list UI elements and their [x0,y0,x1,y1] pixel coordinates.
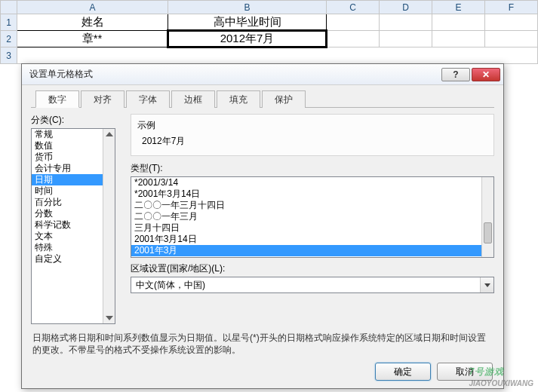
cell-A1[interactable]: 姓名 [17,14,168,31]
close-button[interactable]: ✕ [472,68,500,81]
category-listbox[interactable]: 常规 数值 货币 会计专用 日期 时间 百分比 分数 科学记数 文本 特殊 自定… [31,128,115,324]
dialog-title: 设置单元格格式 [29,68,440,81]
col-header-B[interactable]: B [168,1,327,14]
locale-combo[interactable]: 中文(简体，中国) [131,277,494,293]
col-header-F[interactable]: F [485,1,538,14]
cell-B2-selected[interactable]: 2012年7月 [168,31,327,47]
cell-C2[interactable] [327,31,380,47]
list-item[interactable]: 二〇〇一年三月十四日 [131,200,493,211]
close-icon: ✕ [482,69,490,80]
type-listbox[interactable]: *2001/3/14 *2001年3月14日 二〇〇一年三月十四日 二〇〇一年三… [131,176,494,258]
category-label: 分类(C): [31,114,115,127]
chevron-down-icon[interactable] [480,277,493,292]
type-label: 类型(T): [131,162,494,175]
cell-D1[interactable] [380,14,432,31]
tab-number[interactable]: 数字 [35,90,79,108]
row-header-3[interactable]: 3 [1,47,17,64]
cell-F1[interactable] [485,14,538,31]
titlebar[interactable]: 设置单元格格式 ? ✕ [22,64,503,85]
format-cells-dialog: 设置单元格格式 ? ✕ 数字 对齐 字体 边框 填充 保护 分类(C): 常规 … [21,63,504,389]
cell-E1[interactable] [432,14,485,31]
list-item-selected[interactable]: 2001年3月 [131,245,493,256]
tab-alignment[interactable]: 对齐 [81,90,125,108]
row-header-1[interactable]: 1 [1,14,17,31]
cell-A2[interactable]: 章** [17,31,168,47]
cell-E2[interactable] [432,31,485,47]
sample-box: 示例 2012年7月 [131,114,494,156]
cell-F2[interactable] [485,31,538,47]
cell-D2[interactable] [380,31,432,47]
cell-C1[interactable] [327,14,380,31]
col-header-A[interactable]: A [17,1,168,14]
select-all-corner[interactable] [1,1,17,14]
tab-bar: 数字 对齐 字体 边框 填充 保护 [31,90,494,108]
help-button[interactable]: ? [441,68,470,81]
tab-border[interactable]: 边框 [171,90,215,108]
scrollbar[interactable] [481,177,493,257]
description-text: 日期格式将日期和时间系列数值显示为日期值。以星号(*)开头的日期格式响应操作系统… [31,324,494,363]
locale-value: 中文(简体，中国) [131,279,480,292]
ok-button[interactable]: 确定 [375,363,431,381]
tab-fill[interactable]: 填充 [217,90,260,108]
tab-protection[interactable]: 保护 [262,90,306,108]
scrollbar-thumb[interactable] [484,222,492,243]
list-item[interactable]: 二〇〇一年三月 [131,211,493,222]
locale-label: 区域设置(国家/地区)(L): [131,262,494,275]
spreadsheet: A B C D E F 1 姓名 高中毕业时间 2 章** 2012年7月 3 [0,0,538,64]
col-header-C[interactable]: C [327,1,380,14]
col-header-D[interactable]: D [380,1,432,14]
list-item[interactable]: 2001年3月14日 [131,234,493,245]
sample-value: 2012年7月 [137,132,487,148]
col-header-E[interactable]: E [432,1,485,14]
help-icon: ? [453,69,458,80]
cancel-button[interactable]: 取消 [437,363,493,381]
list-item[interactable]: *2001/3/14 [131,177,493,188]
scrollbar[interactable] [103,129,115,323]
list-item[interactable]: *2001年3月14日 [131,188,493,200]
grid: A B C D E F 1 姓名 高中毕业时间 2 章** 2012年7月 3 [0,0,538,64]
cell-B1[interactable]: 高中毕业时间 [168,14,327,31]
sample-label: 示例 [137,119,487,132]
tab-font[interactable]: 字体 [126,90,170,108]
row-header-2[interactable]: 2 [1,31,17,47]
list-item[interactable]: 三月十四日 [131,222,493,234]
